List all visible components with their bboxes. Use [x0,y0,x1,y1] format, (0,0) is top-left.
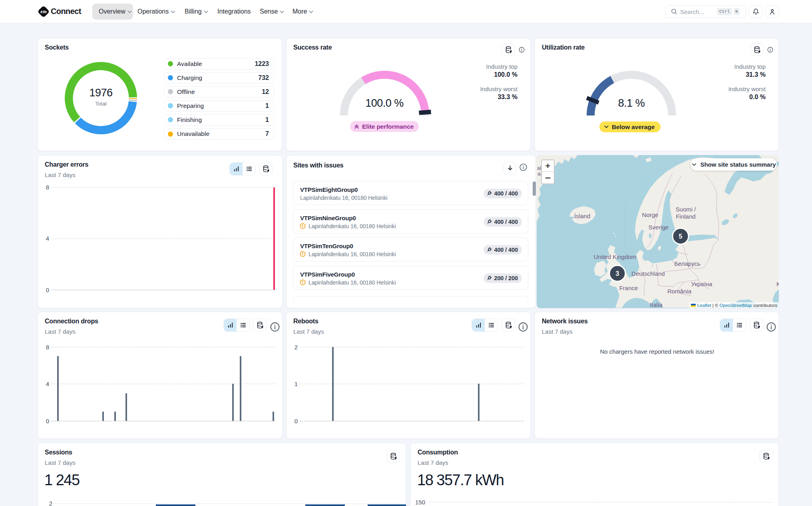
svg-text:Suomi /: Suomi / [676,206,697,213]
svg-text:3: 3 [616,270,619,277]
svg-text:Finland: Finland [676,213,695,220]
svg-text:Қазақс: Қазақс [776,281,779,287]
svg-text:France: France [619,285,638,291]
svg-text:5: 5 [679,233,683,240]
svg-text:Norge: Norge [642,211,659,218]
svg-text:Sverige: Sverige [649,224,669,231]
svg-text:Україна: Україна [691,281,713,287]
svg-text:Беларусь: Беларусь [674,260,701,267]
svg-text:Italia: Italia [650,301,663,308]
svg-text:Deutschland: Deutschland [631,270,665,277]
svg-text:România: România [667,288,692,295]
svg-text:United Kingdom: United Kingdom [594,253,637,260]
svg-text:İsland: İsland [574,213,590,219]
